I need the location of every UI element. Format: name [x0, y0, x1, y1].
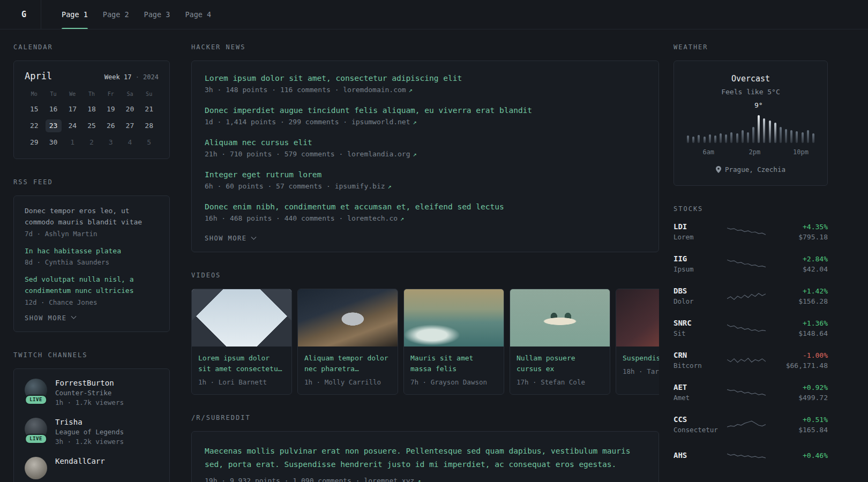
hn-item-title[interactable]: Lorem ipsum dolor sit amet, consectetur …	[205, 74, 646, 82]
page-tab[interactable]: Page 3	[144, 0, 170, 29]
stock-values: +0.51% $165.84	[766, 416, 828, 434]
weather-bar	[687, 135, 689, 143]
hn-item-title[interactable]: Donec enim nibh, condimentum et accumsan…	[205, 202, 646, 211]
video-meta: 7h · Grayson Dawson	[410, 378, 497, 386]
weather-time-label: 10pm	[793, 148, 809, 156]
stock-name: Lorem	[674, 233, 727, 241]
hn-item: Donec enim nibh, condimentum et accumsan…	[205, 202, 646, 222]
stock-ticker: CCS	[674, 415, 727, 424]
stock-row[interactable]: LDI Lorem +4.35% $795.18	[674, 222, 828, 241]
video-title[interactable]: Aliquam tempor dolor nec pharetra…	[304, 353, 391, 374]
twitch-widget: TWITCH CHANNELS LIVE ForrestBurton Count…	[13, 351, 170, 482]
channel-name[interactable]: ForrestBurton	[55, 379, 124, 387]
stock-ticker: AHS	[674, 451, 727, 460]
weather-bar	[812, 133, 814, 143]
weather-bar	[736, 133, 738, 143]
rss-item-title[interactable]: Sed volutpat nulla nisl, a condimentum n…	[25, 274, 159, 297]
rss-item-title[interactable]: Donec tempor eros leo, ut commodo mauris…	[25, 206, 159, 228]
rss-show-more-button[interactable]: SHOW MORE	[25, 314, 76, 322]
center-column: HACKER NEWS Lorem ipsum dolor sit amet, …	[191, 43, 659, 482]
stock-row[interactable]: DBS Dolor +1.42% $156.28	[674, 287, 828, 305]
channel-name[interactable]: KendallCarr	[55, 457, 105, 465]
hn-show-more-label: SHOW MORE	[205, 235, 247, 242]
weather-bar	[790, 130, 792, 143]
twitch-channel[interactable]: KendallCarr	[25, 457, 159, 479]
calendar-day: 22	[26, 119, 42, 132]
stock-values: -1.00% $66,171.48	[766, 351, 828, 370]
calendar-day: 24	[64, 119, 80, 132]
hn-item-domain-link[interactable]: loremtech.co	[347, 214, 398, 222]
stock-change: +1.42%	[766, 287, 828, 295]
stock-row[interactable]: CRN Bitcorn -1.00% $66,171.48	[674, 351, 828, 370]
hn-item-domain-link[interactable]: loremlandia.org	[347, 150, 410, 158]
stock-name: Bitcorn	[674, 362, 727, 370]
rss-item-meta: 7d · Ashlyn Martin	[25, 230, 159, 238]
stock-row[interactable]: IIG Ipsum +2.84% $42.04	[674, 254, 828, 273]
stock-row[interactable]: CCS Consectetur +0.51% $165.84	[674, 415, 828, 434]
calendar-week: Week 17	[104, 73, 132, 81]
page-tab[interactable]: Page 4	[185, 0, 211, 29]
stock-price: $165.84	[766, 426, 828, 434]
calendar-day-header: Fr	[108, 91, 114, 97]
hn-item-title[interactable]: Donec imperdiet augue tincidunt felis al…	[205, 106, 646, 115]
channel-name[interactable]: Trisha	[55, 418, 124, 426]
stock-name: Sit	[674, 329, 727, 337]
video-card[interactable]: Aliquam tempor dolor nec pharetra… 1h · …	[297, 289, 398, 395]
hn-item-stats: 6h · 60 points · 57 comments ·	[205, 182, 335, 190]
video-thumbnail[interactable]	[510, 289, 610, 347]
video-title[interactable]: Mauris sit amet massa felis	[410, 353, 497, 374]
channel-info: KendallCarr	[55, 457, 105, 479]
calendar-day: 2	[84, 136, 100, 149]
subreddit-post-title[interactable]: Maecenas mollis pulvinar erat non posuer…	[205, 445, 646, 471]
hn-item-title[interactable]: Aliquam nec cursus elit	[205, 138, 646, 147]
weather-temp-label: 9°	[754, 101, 763, 109]
subreddit-frame: Maecenas mollis pulvinar erat non posuer…	[191, 431, 659, 482]
hn-item-domain-link[interactable]: ipsumify.biz	[335, 182, 385, 190]
stock-row[interactable]: AET Amet +0.92% $499.72	[674, 383, 828, 402]
weather-location-label: Prague, Czechia	[725, 165, 785, 174]
video-card[interactable]: Nullam posuere cursus ex 17h · Stefan Co…	[510, 289, 610, 395]
video-thumbnail[interactable]	[192, 289, 291, 347]
external-link-icon	[398, 214, 404, 222]
stock-row[interactable]: AHS +0.46%	[674, 447, 828, 463]
video-title[interactable]: Lorem ipsum dolor sit amet consectetu…	[198, 353, 285, 374]
calendar-day: 30	[46, 136, 62, 149]
page-tab[interactable]: Page 2	[103, 0, 129, 29]
rss-item-title[interactable]: In hac habitasse platea	[25, 246, 159, 257]
video-title[interactable]: Nullam posuere cursus ex	[517, 353, 603, 374]
hn-item-domain-link[interactable]: ipsumworld.net	[351, 118, 410, 126]
hn-item-meta: 3h · 148 points · 116 comments · loremdo…	[205, 86, 646, 94]
videos-section-title: VIDEOS	[191, 272, 659, 279]
weather-bar	[747, 132, 749, 143]
weather-bar	[807, 130, 809, 143]
stock-sparkline	[727, 224, 766, 240]
video-thumbnail[interactable]	[616, 289, 659, 347]
calendar-day: 1	[64, 136, 80, 149]
video-card[interactable]: Mauris sit amet massa felis 7h · Grayson…	[403, 289, 504, 395]
external-link-icon	[406, 86, 413, 94]
calendar-section-title: CALENDAR	[13, 43, 170, 51]
video-thumbnail[interactable]	[298, 289, 398, 347]
video-meta: 1h · Lori Barnett	[198, 378, 285, 386]
twitch-channel[interactable]: LIVE ForrestBurton Counter-Strike 1h · 1…	[25, 379, 159, 406]
hacker-news-widget: HACKER NEWS Lorem ipsum dolor sit amet, …	[191, 43, 659, 252]
hn-show-more-button[interactable]: SHOW MORE	[205, 235, 256, 242]
stock-values: +1.36% $148.64	[766, 319, 828, 337]
video-title[interactable]: Suspendisse diam	[623, 353, 659, 364]
stock-row[interactable]: SNRC Sit +1.36% $148.64	[674, 319, 828, 337]
video-card[interactable]: Lorem ipsum dolor sit amet consectetu… 1…	[191, 289, 292, 395]
subreddit-post-domain-link[interactable]: loremnet.xyz	[364, 477, 414, 482]
video-thumbnail[interactable]	[404, 289, 504, 347]
page-tab[interactable]: Page 1	[62, 0, 88, 29]
calendar-days-grid: 1516171819202122232425262728293012345	[25, 103, 159, 149]
stock-ticker: LDI	[674, 222, 727, 231]
rss-section-title: RSS FEED	[13, 178, 170, 186]
twitch-channel[interactable]: LIVE Trisha League of Legends 3h · 1.2k …	[25, 418, 159, 446]
calendar-day: 17	[64, 103, 80, 116]
hn-item-domain-link[interactable]: loremdomain.com	[343, 86, 406, 94]
stock-values: +0.92% $499.72	[766, 383, 828, 402]
weather-bar	[709, 134, 711, 143]
video-card[interactable]: Suspendisse diam 18h · Tara	[616, 289, 659, 395]
hn-item-title[interactable]: Integer eget rutrum lorem	[205, 170, 646, 179]
stock-id: IIG Ipsum	[674, 254, 727, 273]
